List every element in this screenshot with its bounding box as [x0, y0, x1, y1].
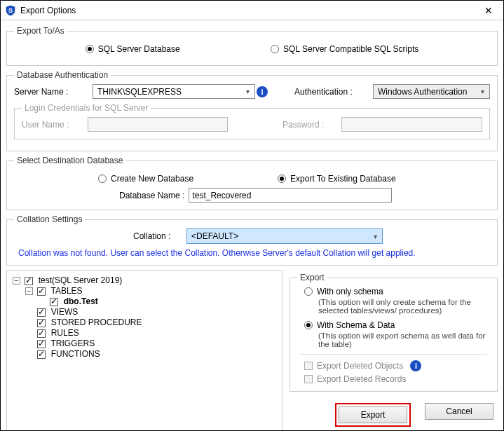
server-name-value: THINK\SQLEXPRESS	[97, 87, 182, 97]
checkbox-icon	[304, 375, 313, 383]
label-authentication: Authentication :	[294, 87, 372, 97]
checkbox-label: Export Deleted Records	[317, 374, 406, 384]
radio-dot-icon	[304, 287, 313, 296]
radio-dot-icon	[304, 321, 313, 329]
groupbox-export: Export With only schema (This option wil…	[290, 273, 498, 392]
tree-node-stored-procedure[interactable]: STORED PROCEDURE	[51, 317, 142, 327]
groupbox-login-credentials: Login Credentials for SQL Server User Na…	[14, 103, 490, 139]
label-server-name: Server Name :	[14, 87, 91, 97]
tree-node-views[interactable]: VIEWS	[51, 307, 79, 317]
groupbox-destination-db: Select Destination Database Create New D…	[6, 156, 498, 210]
tree-collapse-icon[interactable]: −	[25, 287, 33, 295]
info-icon[interactable]: i	[410, 360, 421, 371]
export-button-highlight: Export	[335, 403, 411, 427]
checkbox-export-deleted-objects: Export Deleted Objects i	[304, 360, 490, 371]
chevron-down-icon: ▾	[369, 233, 381, 240]
tree-node-functions[interactable]: FUNCTIONS	[51, 349, 100, 359]
collation-select[interactable]: <DEFAULT> ▾	[186, 228, 383, 244]
app-icon: S	[5, 5, 16, 16]
tree-checkbox[interactable]	[37, 308, 46, 317]
radio-with-schema-and-data[interactable]: With Schema & Data	[304, 320, 490, 330]
groupbox-db-auth: Database Authentication Server Name : TH…	[6, 70, 498, 151]
tree-node-rules[interactable]: RULES	[51, 328, 79, 338]
authentication-value: Windows Authentication	[378, 87, 467, 97]
radio-sql-server-db[interactable]: SQL Server Database	[86, 44, 180, 54]
chevron-down-icon: ▾	[242, 88, 253, 95]
radio-label: Export To Existing Database	[290, 174, 396, 184]
radio-dot-icon	[271, 45, 279, 53]
tree-checkbox[interactable]	[37, 350, 46, 359]
cancel-button[interactable]: Cancel	[425, 403, 493, 420]
radio-label: With only schema	[317, 287, 383, 296]
tree-checkbox[interactable]	[37, 329, 46, 338]
radio-dot-icon	[98, 175, 107, 183]
checkbox-icon	[304, 362, 313, 370]
label-password: Password :	[282, 120, 332, 130]
radio-dot-icon	[278, 175, 286, 183]
groupbox-export-to-as: Export To/As SQL Server Database SQL Ser…	[6, 26, 498, 66]
legend-db-auth: Database Authentication	[14, 70, 111, 80]
database-name-input[interactable]	[189, 188, 392, 203]
radio-create-new-db[interactable]: Create New Database	[98, 174, 193, 184]
checkbox-export-deleted-records: Export Deleted Records	[304, 374, 490, 384]
radio-label: With Schema & Data	[317, 320, 395, 330]
username-input	[88, 117, 228, 132]
legend-export-to-as: Export To/As	[14, 26, 67, 36]
radio-label: SQL Server Database	[98, 44, 180, 54]
info-icon[interactable]: i	[257, 86, 268, 97]
authentication-select[interactable]: Windows Authentication ▾	[373, 84, 490, 99]
password-input	[341, 117, 482, 132]
chevron-down-icon: ▾	[477, 88, 488, 95]
svg-text:S: S	[8, 7, 13, 14]
tree-checkbox[interactable]	[37, 287, 46, 296]
close-icon[interactable]: ✕	[478, 5, 499, 16]
object-tree[interactable]: − test(SQL Server 2019) − TABLES	[6, 270, 282, 431]
server-name-select[interactable]: THINK\SQLEXPRESS ▾	[93, 84, 255, 99]
legend-destination-db: Select Destination Database	[14, 156, 125, 165]
export-button[interactable]: Export	[339, 406, 407, 423]
tree-checkbox[interactable]	[25, 277, 33, 285]
tree-checkbox[interactable]	[37, 340, 46, 348]
tree-node-triggers[interactable]: TRIGGERS	[50, 338, 95, 348]
tree-collapse-icon[interactable]: −	[13, 277, 20, 285]
legend-login-credentials: Login Credentials for SQL Server	[22, 103, 151, 113]
label-username: User Name :	[22, 120, 78, 130]
tree-node-tables[interactable]: TABLES	[50, 286, 82, 296]
checkbox-label: Export Deleted Objects	[317, 361, 403, 371]
desc-schema-only: (This option will only create schema for…	[318, 298, 490, 315]
label-database-name: Database Name :	[119, 191, 184, 200]
tree-checkbox[interactable]	[50, 298, 58, 306]
collation-value: <DEFAULT>	[191, 231, 238, 241]
radio-label: SQL Server Compatible SQL Scripts	[283, 44, 418, 54]
legend-export: Export	[297, 273, 327, 282]
tree-node-root[interactable]: test(SQL Server 2019)	[39, 275, 123, 285]
tree-node-dbo-test[interactable]: dbo.Test	[64, 296, 98, 306]
window-title: Export Options	[20, 6, 478, 15]
groupbox-collation: Collation Settings Collation : <DEFAULT>…	[6, 214, 498, 266]
label-collation: Collation :	[133, 231, 182, 241]
radio-label: Create New Database	[111, 174, 193, 184]
desc-schema-data: (This option will export schema as well …	[318, 331, 490, 348]
tree-checkbox[interactable]	[37, 319, 46, 327]
radio-sql-scripts[interactable]: SQL Server Compatible SQL Scripts	[271, 44, 418, 54]
legend-collation: Collation Settings	[14, 214, 85, 224]
radio-export-existing-db[interactable]: Export To Existing Database	[278, 174, 396, 184]
collation-message: Collation was not found. User can select…	[18, 248, 486, 258]
radio-dot-icon	[86, 45, 94, 53]
radio-with-only-schema[interactable]: With only schema	[304, 287, 490, 296]
